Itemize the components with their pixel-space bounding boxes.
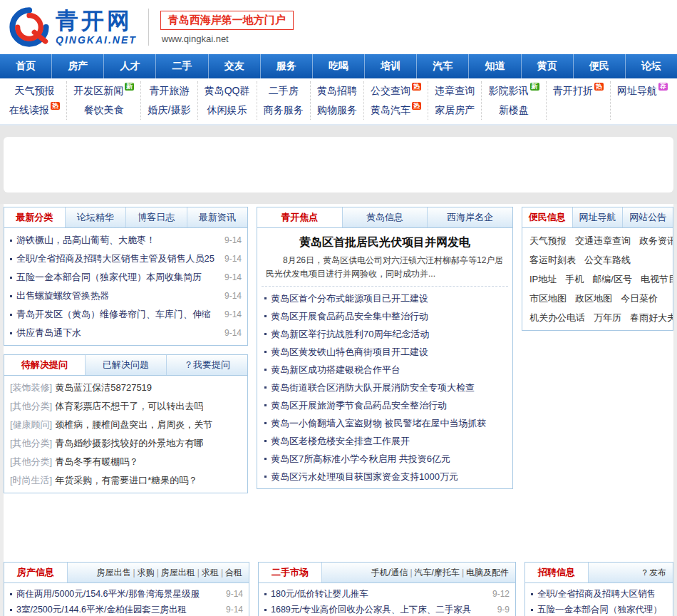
latest-tab-4[interactable]: 最新资讯	[187, 207, 248, 227]
subnav-link-商务服务[interactable]: 商务服务	[264, 104, 304, 117]
site-logo[interactable]: 青开网 QINGKAI.NET	[9, 6, 137, 48]
latest-tab-1[interactable]: 最新分类	[4, 207, 66, 227]
convenience-link-市区地图[interactable]: 市区地图	[529, 292, 567, 305]
house-box-item-link[interactable]: 3室/2500元/144.6平米/金柏佳园套三房出租	[16, 604, 187, 616]
secondhand-box-item-link[interactable]: 1689元/专业高价回收办公家具、上下床、二手家具	[271, 604, 471, 616]
nav-item-人才[interactable]: 人才	[104, 54, 156, 78]
focus-tab-1[interactable]: 青开焦点	[257, 207, 343, 227]
news-link[interactable]: 黄岛区7所高标准小学今秋启用 共投资6亿元	[271, 453, 450, 466]
convenience-link-IP地址[interactable]: IP地址	[529, 273, 557, 286]
subnav-link-开发区新闻[interactable]: 开发区新闻	[73, 85, 123, 98]
nav-item-服务[interactable]: 服务	[261, 54, 313, 78]
convenience-link-交通违章查询[interactable]: 交通违章查询	[575, 235, 631, 247]
subnav-link-新楼盘[interactable]: 新楼盘	[499, 104, 529, 117]
subnav-link-休闲娱乐[interactable]: 休闲娱乐	[207, 104, 247, 117]
nav-item-房产[interactable]: 房产	[52, 54, 104, 78]
latest-item-link[interactable]: 出售螺旋螺纹管换热器	[16, 289, 109, 302]
nav-item-吃喝[interactable]: 吃喝	[313, 54, 365, 78]
news-link[interactable]: 黄岛新区成功搭建银税合作平台	[271, 364, 400, 376]
latest-tab-3[interactable]: 博客日志	[126, 207, 187, 227]
qa-tab-3[interactable]: ？我要提问	[167, 355, 247, 375]
convenience-link-今日菜价[interactable]: 今日菜价	[621, 292, 658, 305]
house-box-tab-4[interactable]: 求租	[200, 567, 221, 579]
news-link[interactable]: 黄岛区开展食品药品安全集中整治行动	[271, 310, 428, 323]
focus-tab-3[interactable]: 西海岸名企	[428, 207, 512, 227]
convenience-link-机关办公电话[interactable]: 机关办公电话	[529, 312, 585, 324]
convenience-tab-3[interactable]: 网站公告	[623, 207, 673, 227]
qa-tab-2[interactable]: 已解决问题	[86, 355, 167, 375]
jobs-box-publish-link[interactable]: ？发布	[639, 567, 668, 579]
house-box-tab-3[interactable]: 房屋出租	[159, 567, 197, 579]
news-link[interactable]: 黄岛区开展旅游季节食品药品安全整治行动	[271, 399, 447, 412]
house-box-tab-5[interactable]: 合租	[223, 567, 244, 579]
convenience-link-政区地图[interactable]: 政区地图	[575, 292, 612, 305]
house-box-tab-2[interactable]: 求购	[135, 567, 157, 579]
news-link[interactable]: 黄岛区污水处理项目获国家资金支持1000万元	[271, 471, 458, 483]
subnav-link-青开旅游[interactable]: 青开旅游	[149, 85, 189, 98]
convenience-link-万年历[interactable]: 万年历	[594, 312, 621, 324]
news-link[interactable]: 黄岛街道联合区消防大队开展消防安全专项大检查	[271, 381, 475, 394]
subnav-link-公交查询[interactable]: 公交查询	[371, 85, 410, 98]
house-box-item-link[interactable]: 商住两用/5000元/154.6平米/那鲁湾海景星级服	[16, 588, 200, 600]
secondhand-box-title[interactable]: 二手市场	[259, 563, 322, 582]
subnav-link-违章查询[interactable]: 违章查询	[435, 85, 475, 98]
question-link[interactable]: 颈椎病，腰椎间盘突出，肩周炎，关节	[55, 419, 212, 431]
house-box-title[interactable]: 房产信息	[4, 563, 68, 582]
jobs-box-title[interactable]: 招聘信息	[525, 563, 589, 582]
secondhand-box-item-link[interactable]: 180元/低价转让婴儿推车	[271, 588, 368, 600]
news-link[interactable]: 黄岛一小偷翻墙入室盗财物 被民警堵在屋中当场抓获	[271, 417, 487, 430]
nav-item-论坛[interactable]: 论坛	[626, 54, 677, 78]
subnav-link-二手房[interactable]: 二手房	[269, 85, 299, 98]
news-link[interactable]: 黄岛新区举行抗战胜利70周年纪念活动	[271, 328, 429, 341]
convenience-link-邮编/区号[interactable]: 邮编/区号	[592, 273, 632, 286]
question-link[interactable]: 青岛冬季有暖棚吗？	[55, 456, 138, 468]
subnav-link-黄岛招聘[interactable]: 黄岛招聘	[317, 85, 357, 98]
convenience-link-政务资讯[interactable]: 政务资讯	[639, 235, 673, 247]
nav-item-黄页[interactable]: 黄页	[522, 54, 574, 78]
secondhand-box-tab-3[interactable]: 电脑及配件	[464, 567, 511, 579]
jobs-box-item-link[interactable]: 五险一金本部合同（独家代理）	[537, 604, 662, 616]
convenience-link-公交车路线[interactable]: 公交车路线	[584, 254, 631, 267]
convenience-link-客运时刻表[interactable]: 客运时刻表	[529, 254, 576, 267]
house-box-tab-1[interactable]: 房屋出售	[95, 567, 133, 579]
question-link[interactable]: 体育彩票店不想干了，可以转出去吗	[55, 400, 203, 413]
focus-headline[interactable]: 黄岛区首批居民光伏项目并网发电	[257, 228, 512, 254]
convenience-link-手机[interactable]: 手机	[565, 273, 584, 286]
nav-item-知道[interactable]: 知道	[469, 54, 521, 78]
subnav-link-购物服务[interactable]: 购物服务	[317, 104, 357, 117]
subnav-link-黄岛汽车[interactable]: 黄岛汽车	[371, 104, 410, 117]
nav-item-便民[interactable]: 便民	[574, 54, 626, 78]
nav-item-汽车[interactable]: 汽车	[417, 54, 469, 78]
latest-item-link[interactable]: 供应青岛通下水	[16, 327, 81, 339]
nav-item-交友[interactable]: 交友	[209, 54, 261, 78]
qa-tab-1[interactable]: 待解决提问	[4, 355, 86, 375]
news-link[interactable]: 黄岛区首个分布式能源项目已开工建设	[271, 292, 428, 305]
news-link[interactable]: 黄岛区黄发铁山特色商街项目开工建设	[271, 346, 428, 359]
subnav-link-影院影讯[interactable]: 影院影讯	[489, 85, 529, 98]
latest-item-link[interactable]: 五险一金本部合同（独家代理）本周收集简历	[16, 271, 202, 284]
subnav-link-天气预报[interactable]: 天气预报	[15, 85, 55, 98]
latest-tab-2[interactable]: 论坛精华	[66, 207, 127, 227]
subnav-link-餐饮美食[interactable]: 餐饮美食	[84, 104, 124, 117]
convenience-tab-1[interactable]: 便民信息	[522, 207, 573, 227]
subnav-link-婚庆/摄影[interactable]: 婚庆/摄影	[148, 104, 191, 117]
question-link[interactable]: 青岛婚纱摄影找较好的外景地方有哪	[55, 437, 203, 450]
jobs-box-item-link[interactable]: 全职/全省招商及招聘大区销售	[537, 588, 656, 600]
latest-item-link[interactable]: 青岛开发区（黄岛）维修卷帘门、车库门、伸缩	[16, 308, 211, 321]
subnav-link-网址导航[interactable]: 网址导航	[617, 85, 657, 98]
secondhand-box-tab-1[interactable]: 手机/通信	[369, 567, 410, 579]
latest-item-link[interactable]: 游铁橛山，品高山葡萄、大脆枣！	[16, 234, 155, 247]
subnav-link-黄岛QQ群[interactable]: 黄岛QQ群	[205, 85, 250, 98]
subnav-link-家居房产[interactable]: 家居房产	[435, 104, 475, 117]
convenience-link-春雨好大夫[interactable]: 春雨好大夫	[630, 312, 673, 324]
secondhand-box-tab-2[interactable]: 汽车/摩托车	[413, 567, 462, 579]
latest-item-link[interactable]: 全职/全省招商及招聘大区销售主管及销售人员25	[16, 252, 215, 265]
convenience-tab-2[interactable]: 网址导航	[573, 207, 624, 227]
question-link[interactable]: 年货采购，有需要进口*糖果的吗？	[55, 474, 197, 487]
focus-tab-2[interactable]: 黄岛信息	[343, 207, 428, 227]
subnav-link-青开打折[interactable]: 青开打折	[553, 85, 593, 98]
nav-item-二手[interactable]: 二手	[156, 54, 208, 78]
convenience-link-电视节目[interactable]: 电视节目	[641, 273, 673, 286]
subnav-link-在线读报[interactable]: 在线读报	[9, 104, 49, 117]
question-link[interactable]: 黄岛蓝江保洁58727519	[55, 381, 152, 394]
